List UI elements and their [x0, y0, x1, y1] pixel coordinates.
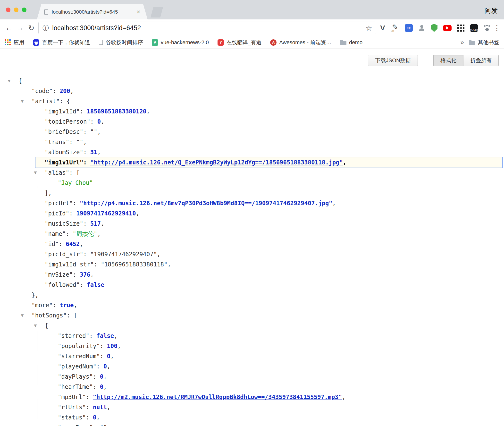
translate-pen-extension-icon[interactable]: ✎ en	[391, 24, 399, 32]
tab-close-icon[interactable]: ×	[137, 9, 140, 15]
json-key: "picUrl":	[45, 200, 80, 207]
json-line: "img1v1Id": 18569651883380120,	[0, 106, 504, 117]
json-punct: {	[45, 322, 48, 329]
browser-menu-icon[interactable]: ⋮	[493, 24, 501, 33]
pen-en-label: en	[391, 29, 394, 33]
json-value: 31	[90, 149, 97, 156]
bookmark-google-sort[interactable]: 谷歌按时间排序	[99, 39, 143, 46]
bookmark-apps[interactable]: 应用	[5, 39, 24, 46]
json-value: 18569651883380120	[87, 108, 146, 115]
collapse-arrow-icon[interactable]: ▼	[21, 96, 24, 106]
json-value: ""	[76, 139, 83, 145]
download-json-button[interactable]: 下载JSON数据	[368, 55, 418, 66]
youtube-extension-icon[interactable]	[443, 25, 452, 31]
json-key: "hotSongs": [	[32, 312, 77, 319]
collapse-arrow-icon[interactable]: ▼	[21, 310, 24, 321]
collapse-all-button[interactable]: 折叠所有	[463, 55, 499, 66]
format-button[interactable]: 格式化	[433, 55, 463, 66]
qrcode-extension-icon[interactable]	[457, 24, 465, 32]
json-key: "rtUrls":	[58, 404, 93, 411]
minimize-window-button[interactable]	[14, 8, 18, 12]
back-icon[interactable]: ←	[3, 24, 15, 32]
paw-extension-icon[interactable]	[483, 25, 491, 31]
navigation-bar: ← → ↻ ⓘ localhost:3000/artists?id=6452 ☆…	[0, 19, 504, 36]
bookmark-label: vue-hackernews-2.0	[161, 39, 209, 46]
collapse-arrow-icon[interactable]: ▼	[34, 168, 37, 178]
json-line: "picUrl": "http://p4.music.126.net/8mv7q…	[0, 198, 504, 208]
json-line: ▼"alias": [	[0, 168, 504, 178]
page-content: 下载JSON数据 格式化 折叠所有 ▼{ "code": 200, ▼"arti…	[0, 49, 504, 426]
page-favicon-icon	[44, 9, 48, 15]
json-line: "Jay Chou"	[0, 178, 504, 188]
json-value: ""	[100, 424, 107, 426]
json-value: 100	[107, 343, 117, 349]
bookmark-baidu[interactable]: 百度一下，你就知道	[33, 39, 90, 46]
window-controls	[6, 8, 26, 12]
collapse-arrow-icon[interactable]: ▼	[34, 321, 37, 331]
json-line: "popularity": 100,	[0, 341, 504, 351]
bookmark-label: 其他书签	[478, 39, 499, 46]
json-line: "img1v1Id_str": "18569651883380118",	[0, 259, 504, 270]
json-key: "musicSize":	[45, 220, 90, 227]
json-line: "playedNum": 0,	[0, 361, 504, 372]
picurl-link[interactable]: "http://p4.music.126.net/8mv7qP30Pd3oHW8…	[80, 200, 332, 207]
url-text[interactable]: localhost:3000/artists?id=6452	[52, 24, 362, 32]
json-key: "img1v1Id":	[45, 108, 87, 115]
bookmarks-overflow-icon[interactable]: »	[461, 39, 464, 46]
json-line: "mvSize": 376,	[0, 270, 504, 280]
fe-extension-icon[interactable]: FE	[405, 24, 413, 32]
json-value: false	[96, 332, 114, 339]
person-extension-icon[interactable]	[418, 25, 425, 31]
json-line-highlighted[interactable]: "img1v1Url": "http://p4.music.126.net/Q_…	[35, 157, 502, 168]
bookmark-label: demo	[349, 39, 362, 46]
json-key: "status":	[58, 414, 93, 421]
browser-tab[interactable]: localhost:3000/artists?id=645 ×	[37, 4, 148, 19]
bookmark-label: 谷歌按时间排序	[106, 39, 143, 46]
fullscreen-window-button[interactable]	[22, 8, 26, 12]
close-window-button[interactable]	[6, 8, 10, 12]
other-bookmarks-folder[interactable]: 其他书签	[469, 39, 499, 46]
json-key: "artist": {	[32, 98, 70, 105]
bookmark-awesomes[interactable]: A Awesomes - 前端资…	[270, 39, 331, 46]
json-key: "briefDesc":	[45, 128, 90, 135]
json-line: "copyFrom": "",	[0, 423, 504, 426]
bookmark-demo-folder[interactable]: demo	[340, 39, 362, 46]
bookmarks-bar: 应用 百度一下，你就知道 谷歌按时间排序 V vue-hackernews-2.…	[0, 36, 504, 49]
address-bar[interactable]: ⓘ localhost:3000/artists?id=6452 ☆	[38, 22, 376, 34]
shield-extension-icon[interactable]	[431, 24, 437, 32]
json-value: 376	[80, 271, 90, 278]
bookmark-star-icon[interactable]: ☆	[366, 24, 372, 32]
json-line: ▼"artist": {	[0, 96, 504, 106]
json-key: "img1v1Id_str":	[45, 261, 101, 268]
collapse-arrow-icon[interactable]: ▼	[8, 76, 11, 86]
json-key: "starredNum":	[58, 353, 107, 360]
json-value: "周杰伦"	[73, 230, 97, 237]
json-value: ""	[90, 128, 97, 135]
new-tab-button[interactable]	[151, 7, 163, 17]
json-punct: },	[32, 292, 39, 298]
folder-icon	[469, 41, 475, 45]
json-line: "mp3Url": "http://m2.music.126.net/RMJR7…	[0, 392, 504, 402]
json-viewer: ▼{ "code": 200, ▼"artist": { "img1v1Id":…	[0, 49, 504, 426]
forward-icon: →	[15, 24, 26, 32]
json-key: "topicPerson":	[45, 118, 97, 125]
json-value: 19097417462929410	[76, 210, 136, 217]
mp3url-link[interactable]: "http://m2.music.126.net/RMJR7wDullRqppB…	[93, 394, 342, 400]
bookmark-vue-hackernews[interactable]: V vue-hackernews-2.0	[152, 39, 209, 46]
json-key: "id":	[45, 241, 66, 247]
vimium-extension-icon[interactable]: V	[380, 24, 385, 32]
json-line: "rtUrls": null,	[0, 402, 504, 412]
json-value: "19097417462929407"	[90, 251, 157, 258]
profile-name-button[interactable]: 阿发	[485, 6, 498, 15]
bookmark-label: 应用	[14, 39, 24, 46]
img1v1url-link[interactable]: "http://p4.music.126.net/Q_ExePNkmgB2yWy…	[90, 159, 343, 166]
json-key: "mp3Url":	[58, 394, 93, 400]
json-punct: ],	[45, 190, 52, 196]
bookmark-youdao-translate[interactable]: Y 在线翻译_有道	[218, 39, 261, 46]
json-line: "hearTime": 0,	[0, 382, 504, 392]
page-info-icon[interactable]: ⓘ	[42, 24, 49, 32]
reload-icon[interactable]: ↻	[26, 24, 37, 33]
json-line: "trans": "",	[0, 137, 504, 147]
player-extension-icon[interactable]: PLAYER	[470, 24, 478, 32]
json-line: "dayPlays": 0,	[0, 372, 504, 382]
